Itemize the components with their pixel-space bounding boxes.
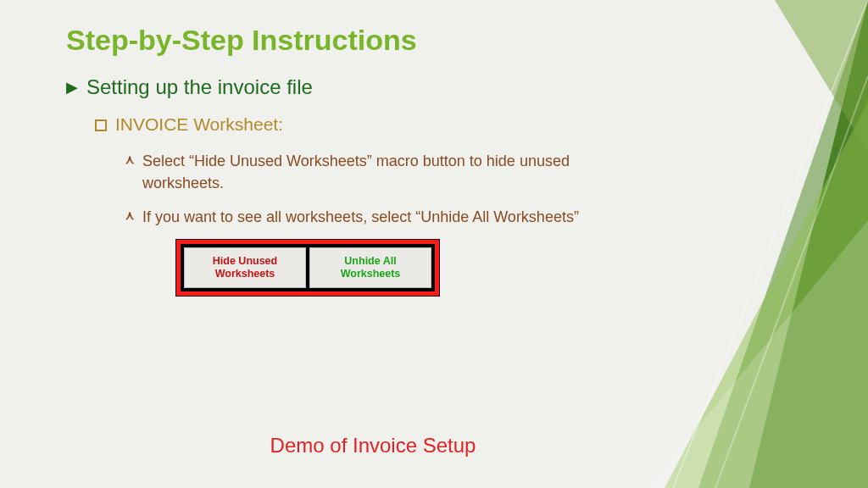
svg-line-6 <box>715 76 868 488</box>
svg-marker-1 <box>698 0 868 488</box>
slide: Step-by-Step Instructions ▶ Setting up t… <box>0 0 868 488</box>
svg-marker-0 <box>749 0 868 488</box>
level3-text-a: Select “Hide Unused Worksheets” macro bu… <box>142 150 593 194</box>
level1-text: Setting up the invoice file <box>86 75 313 99</box>
hide-unused-button: Hide Unused Worksheets <box>184 247 306 288</box>
slide-title: Step-by-Step Instructions <box>66 24 593 57</box>
macro-buttons-image: Hide Unused Worksheets Unhide All Worksh… <box>176 240 439 296</box>
level3-text-b: If you want to see all worksheets, selec… <box>142 206 579 228</box>
caret-icon: ⋏ <box>125 206 134 225</box>
level2-text: INVOICE Worksheet: <box>115 114 283 135</box>
svg-marker-3 <box>775 0 868 152</box>
content-area: Step-by-Step Instructions ▶ Setting up t… <box>0 0 644 296</box>
bullet-level1: ▶ Setting up the invoice file <box>66 75 593 99</box>
demo-caption: Demo of Invoice Setup <box>51 434 695 458</box>
triangle-icon: ▶ <box>66 75 78 99</box>
bullet-level3: ⋏ Select “Hide Unused Worksheets” macro … <box>125 150 593 194</box>
bullet-level2: INVOICE Worksheet: <box>95 114 593 135</box>
square-icon <box>95 119 107 131</box>
svg-marker-2 <box>665 102 868 488</box>
decorative-art <box>648 0 868 488</box>
svg-line-5 <box>673 0 868 488</box>
unhide-all-button: Unhide All Worksheets <box>309 247 431 288</box>
caret-icon: ⋏ <box>125 150 134 169</box>
bullet-level3: ⋏ If you want to see all worksheets, sel… <box>125 206 593 228</box>
